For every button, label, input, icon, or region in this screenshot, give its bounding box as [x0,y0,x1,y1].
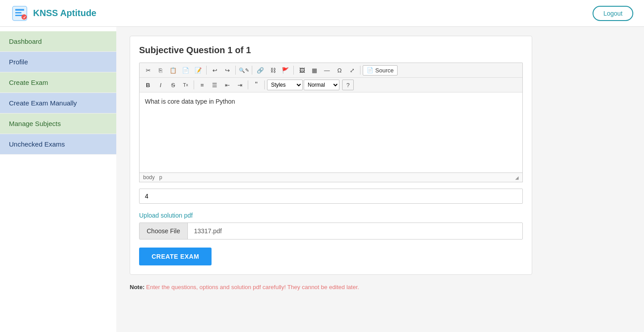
editor-statusbar: body p ◢ [139,173,523,182]
source-label: Source [375,67,394,74]
tb-ol-btn[interactable]: ≡ [196,80,208,90]
source-icon: 📄 [367,67,373,73]
tb-maximize-btn[interactable]: ⤢ [346,65,358,76]
tb-table-btn[interactable]: ▦ [309,65,320,76]
upload-label: Upload solution pdf [139,212,523,219]
tb-image-btn[interactable]: 🖼 [296,65,308,76]
tb-unlink-btn[interactable]: ⛓ [267,65,279,76]
editor-path: body p [143,174,162,181]
sidebar-item-dashboard[interactable]: Dashboard [0,31,116,52]
tb-undo-btn[interactable]: ↩ [209,65,220,76]
tb-separator-4 [293,66,294,75]
main-content: Subjective Question 1 of 1 ✂ ⎘ 📋 📄 📝 ↩ ↪… [116,27,644,332]
sidebar-item-manage-subjects[interactable]: Manage Subjects [0,113,116,134]
tb-dedent-btn[interactable]: ⇤ [221,80,233,90]
styles-select[interactable]: Styles [267,80,303,90]
toolbar-row-2: B I S Tx ≡ ☰ ⇤ ⇥ " Styles Norm [140,78,522,92]
tb-paste-word-btn[interactable]: 📝 [192,65,204,76]
create-exam-button[interactable]: CREATE EXAM [139,248,212,265]
tb-paste-text-btn[interactable]: 📄 [180,65,191,76]
tb-copy-btn[interactable]: ⎘ [155,65,166,76]
tb-separator-3 [252,66,252,75]
sidebar: Dashboard Profile Create Exam Create Exa… [0,27,116,332]
tb-source-btn[interactable]: 📄 Source [363,65,398,76]
format-select[interactable]: Normal [304,80,339,90]
svg-text:✓: ✓ [23,15,26,20]
sidebar-item-create-exam-manually[interactable]: Create Exam Manually [0,93,116,113]
logo-icon: ✓ [11,4,29,22]
tb-hr-btn[interactable]: — [321,65,333,76]
editor-content: What is core data type in Python [145,98,517,105]
file-name-display: 13317.pdf [188,223,228,239]
logo-text: KNSS Aptitude [33,8,96,18]
sidebar-item-unchecked-exams[interactable]: Unchecked Exams [0,134,116,155]
tb-findreplace-btn[interactable]: 🔍✎ [238,65,250,76]
tb-subscript-btn[interactable]: Tx [180,80,191,90]
note-bold: Note: [130,284,144,290]
note-text: Note: Enter the questions, options and s… [130,284,631,290]
tb-bold-btn[interactable]: B [142,80,154,90]
tb-cut-btn[interactable]: ✂ [142,65,154,76]
tb-separator-6 [194,80,194,89]
tb-specialchar-btn[interactable]: Ω [334,65,345,76]
tb-separator-5 [360,66,360,75]
tb-help-btn[interactable]: ? [342,80,354,90]
tb-separator-8 [264,80,265,89]
toolbar-row-1: ✂ ⎘ 📋 📄 📝 ↩ ↪ 🔍✎ 🔗 ⛓ 🚩 🖼 ▦ [140,63,522,78]
layout: Dashboard Profile Create Exam Create Exa… [0,27,644,332]
svg-rect-1 [15,9,24,11]
sidebar-item-create-exam[interactable]: Create Exam [0,72,116,93]
choose-file-button[interactable]: Choose File [140,223,188,239]
tb-separator-1 [206,66,207,75]
editor-toolbar: ✂ ⎘ 📋 📄 📝 ↩ ↪ 🔍✎ 🔗 ⛓ 🚩 🖼 ▦ [139,63,523,92]
file-input-row: Choose File 13317.pdf [139,223,523,240]
sidebar-item-profile[interactable]: Profile [0,52,116,72]
upload-section: Upload solution pdf Choose File 13317.pd… [139,212,523,240]
svg-rect-2 [15,12,21,13]
marks-input[interactable] [139,189,523,204]
resize-handle[interactable]: ◢ [515,175,519,180]
tb-indent-btn[interactable]: ⇥ [234,80,246,90]
tb-paste-btn[interactable]: 📋 [167,65,179,76]
tb-anchor-btn[interactable]: 🚩 [280,65,291,76]
tb-blockquote-btn[interactable]: " [250,80,262,90]
tb-strike-btn[interactable]: S [167,80,179,90]
tb-italic-btn[interactable]: I [155,80,166,90]
tb-redo-btn[interactable]: ↪ [221,65,233,76]
svg-rect-3 [15,15,23,16]
tb-separator-2 [235,66,236,75]
question-card: Subjective Question 1 of 1 ✂ ⎘ 📋 📄 📝 ↩ ↪… [130,36,532,275]
note-message: Enter the questions, options and solutio… [146,284,359,290]
editor-area[interactable]: What is core data type in Python [139,92,523,173]
logo-area: ✓ KNSS Aptitude [11,4,96,22]
tb-separator-7 [248,80,248,89]
header: ✓ KNSS Aptitude Logout [0,0,644,27]
tb-ul-btn[interactable]: ☰ [209,80,220,90]
tb-link-btn[interactable]: 🔗 [254,65,266,76]
logout-button[interactable]: Logout [593,6,633,21]
card-title: Subjective Question 1 of 1 [139,45,523,55]
